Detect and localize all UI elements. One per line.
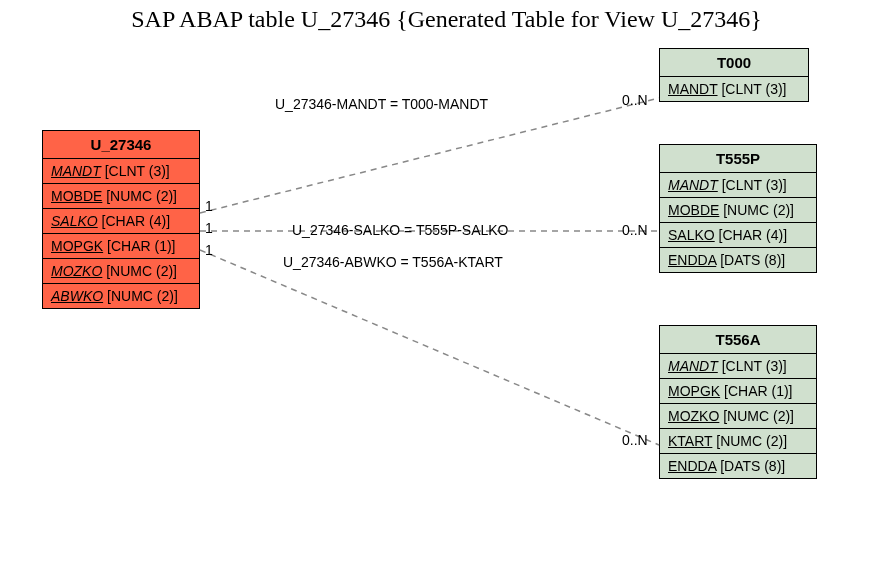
cardinality-left-r2: 1 — [205, 220, 213, 236]
table-row: MOZKO [NUMC (2)] — [660, 404, 816, 429]
table-row: MANDT [CLNT (3)] — [660, 354, 816, 379]
relation-label-r3: U_27346-ABWKO = T556A-KTART — [283, 254, 503, 270]
table-row: MOBDE [NUMC (2)] — [43, 184, 199, 209]
table-row: MOPGK [CHAR (1)] — [660, 379, 816, 404]
table-row: ENDDA [DATS (8)] — [660, 454, 816, 478]
table-t000: T000 MANDT [CLNT (3)] — [659, 48, 809, 102]
relation-label-r1: U_27346-MANDT = T000-MANDT — [275, 96, 488, 112]
table-row: MOPGK [CHAR (1)] — [43, 234, 199, 259]
cardinality-right-r1: 0..N — [622, 92, 648, 108]
table-t000-header: T000 — [660, 49, 808, 77]
table-row: KTART [NUMC (2)] — [660, 429, 816, 454]
table-row: MOZKO [NUMC (2)] — [43, 259, 199, 284]
cardinality-right-r3: 0..N — [622, 432, 648, 448]
table-t556a: T556A MANDT [CLNT (3)] MOPGK [CHAR (1)] … — [659, 325, 817, 479]
table-t555p-header: T555P — [660, 145, 816, 173]
table-row: SALKO [CHAR (4)] — [43, 209, 199, 234]
cardinality-left-r1: 1 — [205, 198, 213, 214]
diagram-title: SAP ABAP table U_27346 {Generated Table … — [0, 6, 893, 33]
table-row: MANDT [CLNT (3)] — [660, 77, 808, 101]
table-row: MANDT [CLNT (3)] — [660, 173, 816, 198]
table-row: MANDT [CLNT (3)] — [43, 159, 199, 184]
svg-line-2 — [200, 250, 659, 445]
table-row: MOBDE [NUMC (2)] — [660, 198, 816, 223]
table-u27346: U_27346 MANDT [CLNT (3)] MOBDE [NUMC (2)… — [42, 130, 200, 309]
svg-line-0 — [200, 98, 659, 213]
table-t556a-header: T556A — [660, 326, 816, 354]
cardinality-left-r3: 1 — [205, 242, 213, 258]
table-u27346-header: U_27346 — [43, 131, 199, 159]
cardinality-right-r2: 0..N — [622, 222, 648, 238]
table-t555p: T555P MANDT [CLNT (3)] MOBDE [NUMC (2)] … — [659, 144, 817, 273]
table-row: ABWKO [NUMC (2)] — [43, 284, 199, 308]
table-row: ENDDA [DATS (8)] — [660, 248, 816, 272]
table-row: SALKO [CHAR (4)] — [660, 223, 816, 248]
relation-label-r2: U_27346-SALKO = T555P-SALKO — [292, 222, 508, 238]
